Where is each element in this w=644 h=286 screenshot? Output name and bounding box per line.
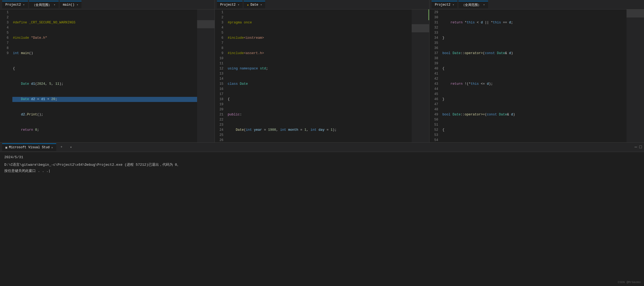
tab-scope-1[interactable]: （全局范围） ▾ <box>29 1 59 8</box>
code-line-1-4: { <box>12 66 197 71</box>
tab-label-date-2: Date <box>251 3 258 7</box>
minimap-3 <box>627 9 644 142</box>
code-line-1-5: Date d1(2024, 5, 11); <box>12 82 197 87</box>
code-line-2-3: #include<assert.h> <box>227 51 412 56</box>
editor-panel-1: Project2 ▾ （全局范围） ▾ main() ▾ 123 456 789… <box>0 0 215 142</box>
tab-bar-3: Project2 ▾ （全局范围） ▾ <box>429 0 644 9</box>
terminal-actions: — □ <box>635 145 642 150</box>
terminal-date-output: 2024/5/31 <box>4 155 640 160</box>
code-line-1-8: return 0; <box>12 128 197 133</box>
terminal-tab-close-icon[interactable]: ✕ <box>51 146 53 149</box>
editor-content-3: 293031 323334 353637 383940 414243 44454… <box>429 9 644 142</box>
minimap-1 <box>197 9 215 142</box>
code-line-3-32: { <box>442 66 627 71</box>
code-line-2-4: using namespace std; <box>227 66 412 71</box>
code-line-1-1: #define _CRT_SECURE_NO_WARNINGS <box>12 20 197 25</box>
change-bar-2 <box>428 9 429 20</box>
editor-content-1: 123 456 789 #define _CRT_SECURE_NO_WARNI… <box>0 9 215 142</box>
minimap-highlight-3 <box>627 9 644 17</box>
terminal-tab-icon: ▣ <box>5 146 7 150</box>
tab-bar-1: Project2 ▾ （全局范围） ▾ main() ▾ <box>0 0 215 9</box>
tab-label-project2-2: Project2 <box>220 3 236 7</box>
minimap-highlight-2 <box>412 24 429 32</box>
tab-chevron-scope-3: ▾ <box>483 3 485 6</box>
tab-chevron-1: ▾ <box>23 3 25 6</box>
minimap-2 <box>412 9 429 142</box>
tab-bar-2: Project2 ▾ ✦ Date ▾ <box>215 0 429 9</box>
terminal-add-tab[interactable]: + <box>57 143 66 151</box>
terminal-tab-vs[interactable]: ▣ Microsoft Visual Stud ✕ <box>2 143 56 151</box>
code-line-3-35: bool Date::operator>=(const Date& d) <box>442 112 627 117</box>
code-line-1-6: Date d2 = d1 + 20; <box>12 97 197 102</box>
tab-chevron-scope-1: ▾ <box>54 3 55 6</box>
terminal-tab-label: Microsoft Visual Stud <box>9 146 49 149</box>
line-numbers-1: 123 456 789 <box>0 9 11 142</box>
code-line-2-2: #include<iostream> <box>227 36 412 41</box>
tab-label-scope-3: （全局范围） <box>462 3 481 7</box>
line-numbers-2: 123 456 789 101112 131415 161718 192021 … <box>215 9 226 142</box>
code-line-2-6: { <box>227 97 412 102</box>
tab-chevron-3: ▾ <box>453 3 454 6</box>
code-line-3-34: } <box>442 97 627 102</box>
code-line-3-31: bool Date::operator>(const Date& d) <box>442 51 627 56</box>
code-line-3-33: return !(*this <= d); <box>442 82 627 87</box>
editor-content-2: 123 456 789 101112 131415 161718 192021 … <box>215 9 429 142</box>
watermark: CSDN @MrGaomo <box>618 281 641 284</box>
editors-container: Project2 ▾ （全局范围） ▾ main() ▾ 123 456 789… <box>0 0 644 143</box>
terminal-dropdown-icon: ▾ <box>70 145 72 149</box>
terminal-minimize-btn[interactable]: — <box>635 145 637 150</box>
code-line-1-3: int main() <box>12 51 197 56</box>
terminal-close-output: 按任意键关闭此窗口 . . .| <box>4 168 640 174</box>
terminal-dropdown[interactable]: ▾ <box>67 143 75 151</box>
tab-date-2[interactable]: ✦ Date ▾ <box>244 1 265 8</box>
code-area-3: return *this < d || *this == d; } bool D… <box>440 9 627 142</box>
tab-main-1[interactable]: main() ▾ <box>60 1 81 8</box>
terminal-content: 2024/5/31 D:\C语言\gitware\begin_-c\Projec… <box>0 152 644 176</box>
terminal-maximize-btn[interactable]: □ <box>639 145 642 150</box>
tab-project2-3[interactable]: Project2 ▾ <box>432 1 457 8</box>
tab-scope-3[interactable]: （全局范围） ▾ <box>458 1 488 8</box>
editor-panel-3: Project2 ▾ （全局范围） ▾ 293031 323334 353637… <box>429 0 644 142</box>
code-area-2: #pragma once #include<iostream> #include… <box>226 9 412 142</box>
tab-project2-1[interactable]: Project2 ▾ <box>2 1 28 8</box>
terminal-path-output: D:\C语言\gitware\begin_-c\Project2\x64\Deb… <box>4 162 640 168</box>
tab-chevron-date-2: ▾ <box>260 3 262 6</box>
minimap-highlight-1 <box>197 20 215 28</box>
code-line-2-5: class Date <box>227 82 412 87</box>
tab-project2-2[interactable]: Project2 ▾ <box>217 1 243 8</box>
terminal-add-icon: + <box>61 145 62 149</box>
editor-panel-2: Project2 ▾ ✦ Date ▾ 123 456 789 101112 1… <box>215 0 430 142</box>
code-line-2-8: Date(int year = 1900, int month = 1, int… <box>227 128 412 133</box>
line-numbers-3: 293031 323334 353637 383940 414243 44454… <box>429 9 440 142</box>
terminal-container: ▣ Microsoft Visual Stud ✕ + ▾ — □ 2024/5… <box>0 143 644 176</box>
tab-label-main-1: main() <box>63 3 74 7</box>
tab-chevron-main-1: ▾ <box>77 3 78 6</box>
code-line-3-29: return *this < d || *this == d; <box>442 20 627 25</box>
tab-label-scope-1: （全局范围） <box>32 3 52 7</box>
tab-modified-icon-2: ✦ <box>247 3 249 7</box>
code-line-2-7: public: <box>227 112 412 117</box>
code-line-2-1: #pragma once <box>227 20 412 25</box>
tab-label-project2-3: Project2 <box>435 3 450 7</box>
code-line-1-7: d2.Print(); <box>12 112 197 117</box>
tab-label-project2-1: Project2 <box>5 3 21 7</box>
code-line-3-30: } <box>442 36 627 41</box>
code-line-1-2: #include "Date.h" <box>12 36 197 41</box>
tab-chevron-2: ▾ <box>238 3 239 6</box>
code-area-1: #define _CRT_SECURE_NO_WARNINGS #include… <box>11 9 197 142</box>
code-line-3-36: { <box>442 128 627 133</box>
terminal-tab-bar: ▣ Microsoft Visual Stud ✕ + ▾ — □ <box>0 143 644 152</box>
